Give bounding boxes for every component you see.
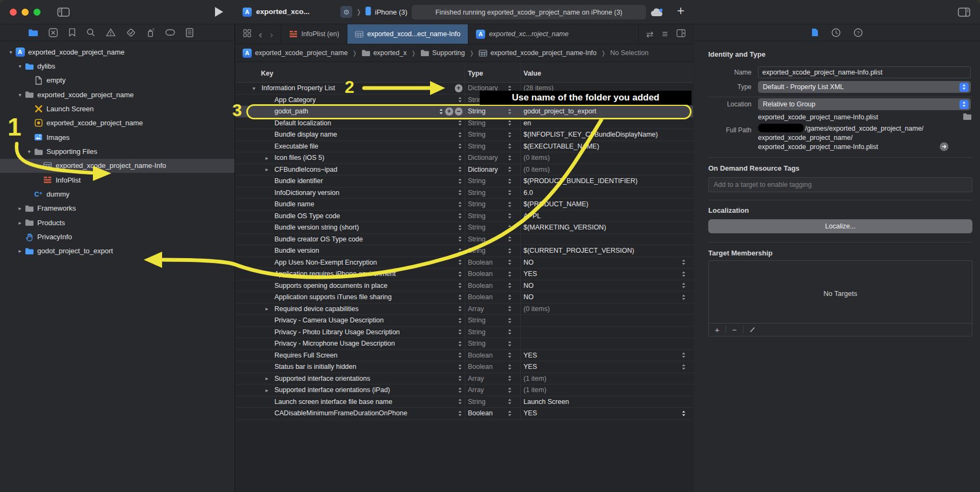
stepper-icon[interactable] — [458, 189, 462, 196]
chevron-right-icon[interactable]: ▸ — [263, 166, 271, 172]
add-row-button[interactable]: + — [445, 107, 453, 116]
stepper-icon[interactable] — [507, 212, 512, 219]
sidebar-item-images[interactable]: Images — [0, 130, 234, 144]
sidebar-item-godot-project-to-export[interactable]: ▸godot_project_to_export — [0, 244, 234, 258]
plist-row-app-uses-non-exempt-encryption[interactable]: App Uses Non-Exempt Encryption Boolean N… — [236, 257, 693, 269]
sidebar-item-supporting-files[interactable]: ▾Supporting Files — [0, 144, 234, 158]
remove-row-button[interactable]: − — [455, 107, 463, 116]
plist-row-supported-interface-orientations-ipad[interactable]: ▸Supported interface orientations (iPad)… — [236, 385, 693, 396]
debug-icon[interactable] — [146, 28, 155, 37]
stepper-icon[interactable] — [507, 85, 512, 92]
plist-row-privacy-microphone-usage-description[interactable]: Privacy - Microphone Usage Description S… — [236, 338, 693, 350]
name-field[interactable]: exported_xcode_project_name-Info.plist — [758, 66, 971, 78]
chevron-right-icon[interactable]: ▸ — [16, 248, 24, 254]
stepper-icon[interactable] — [458, 317, 462, 324]
plist-row-app-category[interactable]: App Category String — [236, 95, 693, 106]
sidebar-item-launch-screen[interactable]: Launch Screen — [0, 102, 234, 116]
stepper-icon[interactable] — [458, 143, 462, 150]
sidebar-item-exported-xcode-project-name[interactable]: ▾Aexported_xcode_project_name — [0, 45, 234, 59]
tests-icon[interactable] — [126, 28, 136, 37]
plist-row-bundle-version[interactable]: Bundle version String $(CURRENT_PROJECT_… — [236, 245, 693, 257]
breakpoints-icon[interactable] — [165, 29, 175, 36]
breadcrumb-item-supporting[interactable]: Supporting — [420, 49, 465, 57]
tab-overview-icon[interactable] — [243, 29, 251, 39]
edit-target-icon[interactable] — [743, 326, 761, 334]
stepper-icon[interactable] — [507, 328, 512, 335]
plist-row-required-device-capabilities[interactable]: ▸Required device capabilities Array (0 i… — [236, 304, 693, 315]
sidebar-item-exported-xcode-project-name[interactable]: exported_xcode_project_name — [0, 116, 234, 130]
plist-row-status-bar-is-initially-hidden[interactable]: Status bar is initially hidden Boolean Y… — [236, 361, 693, 373]
stepper-icon[interactable] — [507, 235, 512, 242]
breadcrumb-item-exported-xcode-project-name-info[interactable]: exported_xcode_project_name-Info — [479, 49, 597, 57]
open-path-arrow-icon[interactable] — [939, 142, 949, 153]
sidebar-item-exported-xcode-project-name[interactable]: ▾exported_xcode_project_name — [0, 87, 234, 102]
plist-row-executable-file[interactable]: Executable file String $(EXECUTABLE_NAME… — [236, 141, 693, 153]
stepper-icon[interactable] — [439, 108, 444, 115]
location-dropdown[interactable]: Relative to Group — [758, 98, 971, 110]
stepper-icon[interactable] — [458, 328, 462, 335]
stepper-icon[interactable] — [507, 96, 512, 103]
file-inspector-icon[interactable] — [811, 28, 818, 37]
cloud-status-icon[interactable] — [650, 7, 664, 19]
scheme-selector[interactable]: ⚙ ❭ iPhone (3) — [340, 5, 407, 19]
add-row-button[interactable]: + — [455, 84, 463, 92]
plist-row-bundle-identifier[interactable]: Bundle identifier String $(PRODUCT_BUNDL… — [236, 176, 693, 187]
stepper-icon[interactable] — [507, 189, 512, 196]
plist-row-bundle-name[interactable]: Bundle name String $(PRODUCT_NAME) — [236, 199, 693, 211]
reports-icon[interactable] — [186, 28, 193, 37]
stepper-icon[interactable] — [458, 387, 462, 394]
stepper-icon[interactable] — [458, 340, 462, 347]
stepper-icon[interactable] — [507, 363, 512, 370]
chevron-down-icon[interactable]: ▾ — [25, 149, 33, 154]
plist-row-privacy-camera-usage-description[interactable]: Privacy - Camera Usage Description Strin… — [236, 315, 693, 327]
stepper-icon[interactable] — [507, 119, 512, 126]
chevron-right-icon[interactable]: ▸ — [263, 306, 271, 312]
localize-button[interactable]: Localize... — [708, 219, 972, 233]
new-tab-button[interactable]: + — [677, 3, 684, 18]
remove-target-button[interactable]: − — [726, 326, 743, 334]
stepper-icon[interactable] — [507, 154, 512, 161]
source-control-icon[interactable] — [49, 28, 58, 37]
stepper-icon[interactable] — [507, 294, 512, 301]
stepper-icon[interactable] — [507, 410, 512, 417]
plist-row-default-localization[interactable]: Default localization String en — [236, 118, 693, 130]
chevron-down-icon[interactable]: ▾ — [6, 49, 15, 55]
stepper-icon[interactable] — [458, 259, 462, 266]
quick-help-icon[interactable]: ? — [854, 28, 863, 37]
stepper-icon[interactable] — [507, 166, 512, 173]
stepper-icon[interactable] — [458, 201, 462, 208]
choose-folder-icon[interactable] — [963, 113, 972, 122]
stepper-icon[interactable] — [681, 352, 686, 359]
chevron-down-icon[interactable]: ▾ — [16, 63, 24, 69]
plist-row-application-supports-itunes-file-sharing[interactable]: Application supports iTunes file sharing… — [236, 292, 693, 304]
stepper-icon[interactable] — [507, 305, 512, 312]
stepper-icon[interactable] — [458, 271, 462, 278]
stepper-icon[interactable] — [458, 352, 462, 359]
stepper-icon[interactable] — [458, 166, 462, 173]
stepper-icon[interactable] — [458, 96, 462, 103]
breadcrumb-item-exported-x[interactable]: exported_x — [361, 49, 407, 57]
editor-options-icon[interactable]: ≡ — [662, 29, 668, 40]
tab-exported-xc-roject-name[interactable]: Aexported_xc...roject_name — [468, 24, 576, 44]
plist-row-bundle-display-name[interactable]: Bundle display name String $(INFOPLIST_K… — [236, 129, 693, 141]
sidebar-item-frameworks[interactable]: ▸Frameworks — [0, 201, 234, 215]
plist-row-application-requires-iphone-environment[interactable]: Application requires iPhone environment … — [236, 268, 693, 280]
stepper-icon[interactable] — [507, 317, 512, 324]
stepper-icon[interactable] — [507, 340, 512, 347]
column-header-key[interactable]: Key — [261, 70, 273, 77]
stepper-icon[interactable] — [458, 282, 462, 289]
plist-row-infodictionary-version[interactable]: InfoDictionary version String 6.0 — [236, 187, 693, 199]
stepper-icon[interactable] — [507, 271, 512, 278]
stepper-icon[interactable] — [458, 224, 462, 231]
stepper-icon[interactable] — [681, 271, 686, 278]
add-target-button[interactable]: + — [709, 326, 726, 334]
breadcrumb-item-no-selection[interactable]: No Selection — [610, 49, 649, 57]
stepper-icon[interactable] — [507, 375, 512, 382]
stepper-icon[interactable] — [681, 282, 686, 289]
stepper-icon[interactable] — [458, 235, 462, 242]
sidebar-item-empty[interactable]: empty — [0, 73, 234, 87]
plist-row-launch-screen-interface-file-base-name[interactable]: Launch screen interface file base name S… — [236, 396, 693, 408]
stepper-icon[interactable] — [458, 375, 462, 382]
stepper-icon[interactable] — [507, 259, 512, 266]
tab-exported-xcod-ect-name-info[interactable]: exported_xcod...ect_name-Info — [347, 24, 468, 44]
